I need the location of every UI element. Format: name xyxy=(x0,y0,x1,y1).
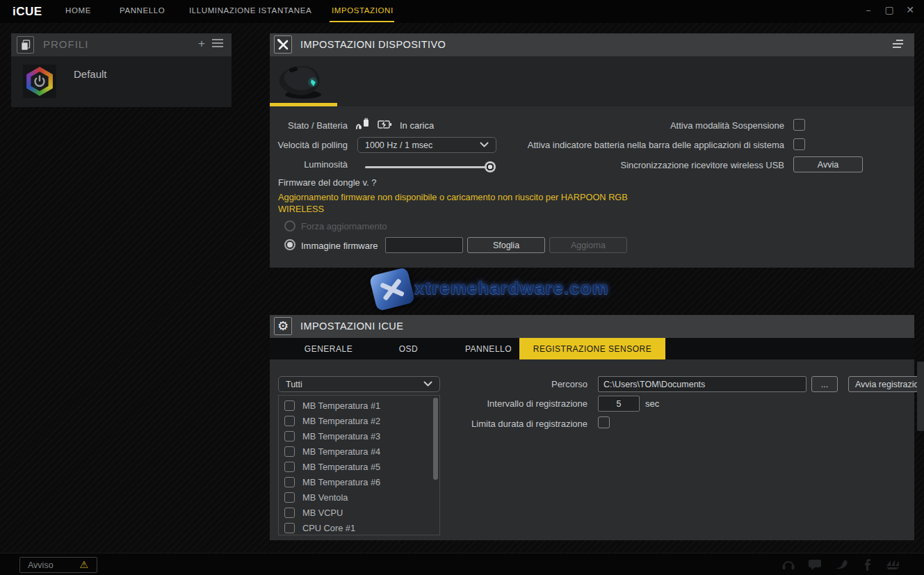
limit-duration-label: Limita durata di registrazione xyxy=(437,419,587,429)
chat-icon[interactable] xyxy=(807,558,823,572)
add-profile-button[interactable]: + xyxy=(198,37,205,51)
device-tab-harpoon-mouse[interactable] xyxy=(271,58,337,103)
sensor-row[interactable]: MB Temperatura #3 xyxy=(279,428,439,444)
titlebar: iCUE HOME PANNELLO ILLUMINAZIONE ISTANTA… xyxy=(0,0,924,23)
minimize-button[interactable]: – xyxy=(863,4,874,15)
sensor-checkbox[interactable] xyxy=(284,431,295,442)
sensor-checkbox[interactable] xyxy=(284,508,295,518)
icue-tabbar: GENERALE OSD PANNELLO REGISTRAZIONE SENS… xyxy=(270,338,914,359)
sensor-list-scrollbar[interactable] xyxy=(433,398,438,480)
sensor-row[interactable]: MB Temperatura #2 xyxy=(279,413,439,428)
icue-app-window: iCUE HOME PANNELLO ILLUMINAZIONE ISTANTA… xyxy=(0,0,924,575)
mouse-image xyxy=(271,58,337,103)
force-update-radio xyxy=(284,220,295,232)
twitter-icon[interactable] xyxy=(833,558,850,572)
sensor-name: MB VCPU xyxy=(302,508,343,518)
interval-label: Intervallo di registrazione xyxy=(437,398,587,409)
polling-label: Velocità di polling xyxy=(270,140,348,150)
profile-item-default[interactable]: Default xyxy=(11,56,232,107)
maximize-button[interactable]: ▢ xyxy=(884,4,895,15)
sensor-filter-dropdown[interactable]: Tutti xyxy=(278,376,440,392)
browse-firmware-button[interactable]: Sfoglia xyxy=(467,237,545,253)
sensor-filter-value: Tutti xyxy=(286,380,302,389)
sensor-name: MB Ventola xyxy=(302,492,348,503)
chevron-down-icon xyxy=(423,381,432,387)
dongle-firmware-label: Firmware del dongle v. ? xyxy=(278,177,376,188)
sensor-name: MB Temperatura #3 xyxy=(302,431,380,442)
sensor-list[interactable]: MB Temperatura #1 MB Temperatura #2 MB T… xyxy=(278,395,440,535)
sensor-checkbox[interactable] xyxy=(284,400,295,411)
watermark: xtremehardware.com xyxy=(368,268,660,309)
firmware-path-input[interactable] xyxy=(385,237,463,253)
nav-illuminazione-istantanea[interactable]: ILLUMINAZIONE ISTANTANEA xyxy=(189,6,311,15)
corsair-icon[interactable] xyxy=(884,558,901,572)
sensor-row[interactable]: MB Ventola xyxy=(279,489,439,505)
interval-input[interactable] xyxy=(598,396,640,412)
sleep-mode-checkbox[interactable] xyxy=(793,119,805,131)
sync-start-button[interactable]: Avvia xyxy=(793,156,863,172)
sensor-checkbox[interactable] xyxy=(284,462,295,472)
sensor-name: MB Temperatura #2 xyxy=(302,416,380,426)
device-tab-strip xyxy=(270,56,914,106)
path-label: Percorso xyxy=(437,379,587,389)
sensor-checkbox[interactable] xyxy=(284,477,295,487)
device-options-icon[interactable] xyxy=(893,40,903,50)
device-settings-title: IMPOSTAZIONI DISPOSITIVO xyxy=(300,39,446,50)
sensor-checkbox[interactable] xyxy=(284,416,295,426)
profiles-title: PROFILI xyxy=(43,38,88,50)
sensor-name: MB Temperatura #6 xyxy=(302,477,380,487)
notice-label: Avviso xyxy=(28,560,54,570)
icue-logo: iCUE xyxy=(13,5,42,19)
sensor-row[interactable]: MB Temperatura #1 xyxy=(279,398,439,413)
page-scrollbar[interactable] xyxy=(917,362,924,431)
sensor-row[interactable]: CPU Core #1 xyxy=(279,520,439,535)
sensor-checkbox[interactable] xyxy=(284,492,295,503)
sensor-row[interactable]: MB Temperatura #6 xyxy=(279,474,439,489)
facebook-icon[interactable] xyxy=(859,558,876,572)
sensor-row[interactable]: MB VCPU xyxy=(279,505,439,520)
icue-settings-header: ⚙ IMPOSTAZIONI ICUE xyxy=(270,315,914,338)
sensor-name: CPU Core #1 xyxy=(302,523,355,533)
warning-icon: ⚠ xyxy=(79,559,88,570)
status-label: Stato / Batteria xyxy=(270,120,348,131)
tab-registrazione-sensore[interactable]: REGISTRAZIONE SENSORE xyxy=(519,338,665,359)
battery-indicator-checkbox[interactable] xyxy=(793,138,805,150)
battery-indicator-label: Attiva indicatore batteria nella barra d… xyxy=(417,140,784,150)
interval-unit: sec xyxy=(645,398,659,409)
firmware-image-radio[interactable] xyxy=(284,239,295,250)
sensor-name: MB Temperatura #5 xyxy=(302,462,380,472)
usb-cable-icon xyxy=(355,118,371,131)
update-firmware-button: Aggiorna xyxy=(549,237,627,253)
sensor-row[interactable]: MB Temperatura #5 xyxy=(279,459,439,474)
profiles-header: PROFILI + xyxy=(11,33,232,56)
footer-bar: Avviso ⚠ xyxy=(0,553,924,575)
limit-duration-checkbox[interactable] xyxy=(598,416,610,428)
log-path-input[interactable] xyxy=(598,376,807,392)
support-icon[interactable] xyxy=(780,558,797,572)
browse-path-button[interactable]: ... xyxy=(811,376,838,392)
sensor-checkbox[interactable] xyxy=(284,446,295,457)
sensor-checkbox[interactable] xyxy=(284,523,295,533)
watermark-x-logo xyxy=(369,267,416,311)
profiles-menu-icon[interactable] xyxy=(212,39,223,49)
sleep-mode-label: Attiva modalità Sospensione xyxy=(417,120,784,131)
tools-icon xyxy=(274,35,292,54)
firmware-warning-text: Aggiornamento firmware non disponibile o… xyxy=(278,191,629,215)
nav-home[interactable]: HOME xyxy=(65,6,91,15)
tab-generale[interactable]: GENERALE xyxy=(289,338,368,359)
notice-button[interactable]: Avviso ⚠ xyxy=(19,557,97,573)
force-update-label: Forza aggiornamento xyxy=(301,221,387,232)
sensor-row[interactable]: MB Temperatura #4 xyxy=(279,444,439,459)
tab-osd[interactable]: OSD xyxy=(368,338,448,359)
profile-avatar xyxy=(23,65,56,98)
active-nav-underline xyxy=(330,21,394,22)
gear-icon: ⚙ xyxy=(274,317,292,335)
wireless-sync-label: Sincronizzazione ricevitore wireless USB xyxy=(417,160,784,170)
tab-pannello[interactable]: PANNELLO xyxy=(448,338,528,359)
nav-pannello[interactable]: PANNELLO xyxy=(120,6,165,15)
start-logging-button[interactable]: Avvia registrazione xyxy=(848,376,924,392)
nav-impostazioni[interactable]: IMPOSTAZIONI xyxy=(332,6,394,15)
firmware-image-label: Immagine firmware xyxy=(301,241,378,251)
icue-settings-panel: ⚙ IMPOSTAZIONI ICUE GENERALE OSD PANNELL… xyxy=(270,315,914,540)
close-button[interactable]: ✕ xyxy=(905,4,916,15)
